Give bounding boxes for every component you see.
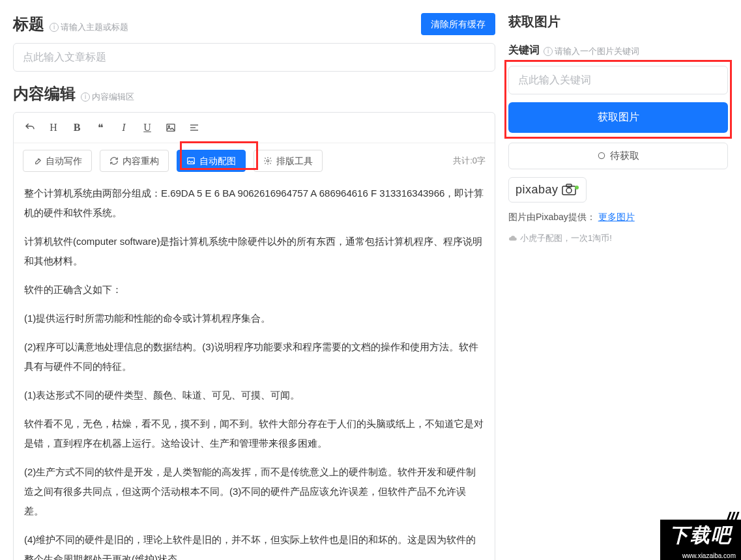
watermark: 下载吧 www.xiazaiba.com xyxy=(660,520,741,560)
svg-point-6 xyxy=(267,160,269,163)
editor-action-row: 自动写作 内容重构 自动配图 排版工具 共计:0字 xyxy=(14,143,495,172)
paragraph: (4)维护不同的硬件是旧的，理论上软件是旧的，并不坏，但实际上软件也是旧的和坏的… xyxy=(24,530,484,560)
paragraph: (1)表达形式不同的硬件类型、颜色、味道、可见、可摸、可闻。 xyxy=(24,385,484,405)
title-hint: i 请输入主题或标题 xyxy=(50,21,128,33)
camera-icon xyxy=(561,183,579,196)
fetch-image-button[interactable]: 获取图片 xyxy=(508,102,728,133)
keyword-label: 关键词 xyxy=(508,44,540,57)
paragraph: 整个计算机系统由两部分组成：E.69DA 5 E 6 BA 9062616964… xyxy=(24,184,484,223)
title-header: 标题 i 请输入主题或标题 清除所有缓存 xyxy=(13,13,495,35)
info-icon: i xyxy=(544,47,553,56)
article-title-input[interactable] xyxy=(13,43,495,72)
paragraph: (1)提供运行时所需功能和性能的命令或计算机程序集合。 xyxy=(24,309,484,328)
paragraph: 计算机软件(computer software)是指计算机系统中除硬件以外的所有… xyxy=(24,232,484,271)
layout-tool-button[interactable]: 排版工具 xyxy=(254,150,323,172)
info-icon: i xyxy=(81,92,90,102)
italic-icon[interactable]: I xyxy=(117,120,131,135)
content-edit-hint: i 内容编辑区 xyxy=(81,91,134,103)
keyword-input[interactable] xyxy=(508,66,728,94)
more-images-link[interactable]: 更多图片 xyxy=(598,212,635,222)
undo-icon[interactable] xyxy=(23,120,37,135)
align-left-icon[interactable] xyxy=(187,120,201,135)
keyword-input-box: 获取图片 xyxy=(508,64,728,135)
keyword-hint: i 请输入一个图片关键词 xyxy=(544,46,639,57)
pending-status[interactable]: 待获取 xyxy=(508,143,728,169)
auto-write-button[interactable]: 自动写作 xyxy=(23,150,92,172)
bold-icon[interactable]: B xyxy=(70,120,84,135)
auto-image-button[interactable]: 自动配图 xyxy=(177,150,246,172)
paragraph: 软件的正确含义如下： xyxy=(24,280,484,300)
svg-point-1 xyxy=(168,126,169,127)
editor-content[interactable]: 整个计算机系统由两部分组成：E.69DA 5 E 6 BA 9062616964… xyxy=(14,172,495,560)
pixabay-badge[interactable]: pixabay xyxy=(508,177,587,203)
cloud-icon xyxy=(508,234,517,243)
content-edit-label: 内容编辑 xyxy=(13,83,76,104)
image-credit: 图片由Pixabay提供： 更多图片 xyxy=(508,212,728,223)
quote-icon[interactable]: ❝ xyxy=(93,120,108,135)
footer-hint: 小虎子配图，一次1淘币! xyxy=(508,232,728,244)
paragraph: 软件看不见，无色，枯燥，看不见，摸不到，闻不到。软件大部分存在于人们的头脑或纸上… xyxy=(24,414,484,453)
word-count: 共计:0字 xyxy=(453,155,486,167)
svg-point-11 xyxy=(575,186,579,189)
heading-icon[interactable]: H xyxy=(46,120,61,135)
sidebar-title: 获取图片 xyxy=(508,13,728,31)
restructure-button[interactable]: 内容重构 xyxy=(100,150,169,172)
paragraph: (2)生产方式不同的软件是开发，是人类智能的高发挥，而不是传统意义上的硬件制造。… xyxy=(24,462,484,521)
svg-rect-10 xyxy=(566,184,572,187)
svg-point-7 xyxy=(598,153,604,159)
underline-icon[interactable]: U xyxy=(140,120,154,135)
editor-box: H B ❝ I U 自动写作 内容重构 自动配图 xyxy=(13,112,495,560)
editor-toolbar: H B ❝ I U xyxy=(14,113,495,143)
image-icon[interactable] xyxy=(164,120,178,135)
title-label: 标题 xyxy=(13,14,44,35)
paragraph: (2)程序可以满意地处理信息的数据结构。(3)说明程序功能要求和程序需要的文档的… xyxy=(24,337,484,376)
clear-cache-button[interactable]: 清除所有缓存 xyxy=(421,13,495,35)
circle-icon xyxy=(597,151,606,160)
svg-point-9 xyxy=(566,188,572,193)
info-icon: i xyxy=(50,23,59,32)
